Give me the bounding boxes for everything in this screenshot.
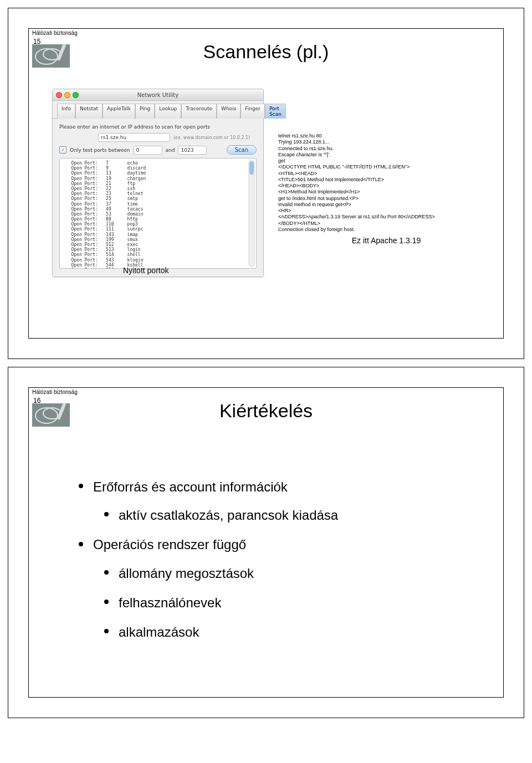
telnet-line: <HR> xyxy=(278,208,494,214)
apache-note: Ez itt Apache 1.3.19 xyxy=(278,236,494,246)
port-line: Open Port: 37 time xyxy=(63,202,253,207)
port-to-input[interactable]: 1023 xyxy=(178,146,207,155)
telnet-line: get to /index.html not supported.<P> xyxy=(278,196,494,202)
ip-hint: (ex. www.domain.com or 10.0.2.1) xyxy=(173,135,250,140)
port-line: Open Port: 199 smux xyxy=(63,237,253,242)
tab-bar: InfoNetstatAppleTalkPingLookupTraceroute… xyxy=(53,101,263,118)
port-from-input[interactable]: 0 xyxy=(134,146,162,155)
port-line: Open Port: 513 login xyxy=(63,247,253,252)
port-line: Open Port: 512 exec xyxy=(63,242,253,247)
scan-button[interactable]: Scan xyxy=(227,145,257,155)
slide-title: Kiértékelés xyxy=(219,400,313,422)
and-label: and xyxy=(166,147,175,153)
network-utility-window: Network Utility InfoNetstatAppleTalkPing… xyxy=(52,89,264,277)
list-subitem: felhasználónevek xyxy=(104,592,470,613)
telnet-line: <H1>Method Not Implemented</H1> xyxy=(278,189,494,195)
port-line: Open Port: 111 sunrpc xyxy=(63,227,253,232)
telnet-line: <ADDRESS>Apache/1.3.19 Server at rs1.szi… xyxy=(278,214,494,220)
port-line: Open Port: 514 shell xyxy=(63,252,253,257)
telnet-line: </HEAD><BODY> xyxy=(278,183,494,189)
page-2: Hálózati biztonság 16 Kiértékelés Erőfor… xyxy=(8,367,524,718)
tab-port-scan[interactable]: Port Scan xyxy=(265,104,286,119)
window-title: Network Utility xyxy=(53,92,263,98)
port-line: Open Port: 80 http xyxy=(63,217,253,222)
svg-point-3 xyxy=(35,408,58,423)
port-line: Open Port: 25 smtp xyxy=(63,196,253,201)
telnet-line: Invalid method in request get<P> xyxy=(278,202,494,208)
port-line: Open Port: 22 ssh xyxy=(63,186,253,191)
page-1: Hálózati biztonság 15 Scannelés (pl.) Ne… xyxy=(8,8,524,359)
svg-rect-2 xyxy=(57,43,66,61)
port-line: Open Port: 9 discard xyxy=(63,166,253,171)
list-item: Operációs rendszer függőállomány megoszt… xyxy=(79,534,470,642)
tab-netstat[interactable]: Netstat xyxy=(75,104,103,119)
svg-point-0 xyxy=(35,49,58,64)
list-subitem: aktív csatlakozás, parancsok kiadása xyxy=(104,505,470,525)
caption-open-ports: Nyitott portok xyxy=(123,266,168,275)
port-line: Open Port: 7 echo xyxy=(63,161,253,166)
tab-info[interactable]: Info xyxy=(57,104,75,119)
window-body: Please enter an internet or IP address t… xyxy=(53,118,263,276)
scrollbar[interactable] xyxy=(248,160,255,267)
telnet-line: get xyxy=(278,158,494,164)
checkbox-icon[interactable]: ✓ xyxy=(59,146,66,153)
telnet-line: Escape character is '^]'. xyxy=(278,152,494,158)
tab-lookup[interactable]: Lookup xyxy=(155,104,181,119)
port-line: Open Port: 53 domain xyxy=(63,212,253,217)
list-subitem: alkalmazások xyxy=(104,622,470,642)
port-line: Open Port: 13 daytime xyxy=(63,171,253,176)
only-test-label: Only test ports between xyxy=(70,147,130,153)
ip-input[interactable]: rs1.sze.hu xyxy=(98,133,170,142)
slide-16: Hálózati biztonság 16 Kiértékelés Erőfor… xyxy=(28,387,504,698)
port-line: Open Port: 19 chargen xyxy=(63,176,253,181)
port-line: Open Port: 49 tacacs xyxy=(63,207,253,212)
svg-rect-5 xyxy=(57,402,66,420)
tab-traceroute[interactable]: Traceroute xyxy=(181,104,217,119)
port-line: Open Port: 23 telnet xyxy=(63,191,253,196)
telnet-output: telnet rs1.sze.hu 80Trying 193.224.128.1… xyxy=(278,133,494,246)
slide-header: Hálózati biztonság xyxy=(32,30,78,36)
port-line: Open Port: 143 imap xyxy=(63,232,253,237)
port-line: Open Port: 21 ftp xyxy=(63,181,253,186)
slide-15: Hálózati biztonság 15 Scannelés (pl.) Ne… xyxy=(28,28,504,339)
telnet-line: telnet rs1.sze.hu 80 xyxy=(278,133,494,139)
list-subitem: állomány megosztások xyxy=(104,563,470,583)
port-line: Open Port: 110 pop3 xyxy=(63,222,253,227)
slide-header: Hálózati biztonság xyxy=(32,389,78,395)
window-titlebar[interactable]: Network Utility xyxy=(53,89,263,101)
tab-finger[interactable]: Finger xyxy=(241,104,265,119)
list-item: Erőforrás és account információkaktív cs… xyxy=(79,477,470,525)
clip-icon xyxy=(32,403,70,427)
tab-ping[interactable]: Ping xyxy=(135,104,155,119)
slide-title: Scannelés (pl.) xyxy=(203,41,329,63)
results-panel[interactable]: Open Port: 7 echo Open Port: 9 discard O… xyxy=(59,158,257,269)
telnet-line: Trying 193.224.128.1... xyxy=(278,139,494,145)
telnet-line: <HTML><HEAD> xyxy=(278,171,494,177)
tab-whois[interactable]: Whois xyxy=(217,104,241,119)
port-line: Open Port: 543 klogin xyxy=(63,258,253,263)
tab-appletalk[interactable]: AppleTalk xyxy=(103,104,135,119)
clip-icon xyxy=(32,44,70,68)
telnet-line: <!DOCTYPE HTML PUBLIC "-//IETF//DTD HTML… xyxy=(278,164,494,170)
telnet-line: <TITLE>501 Method Not Implemented</TITLE… xyxy=(278,177,494,183)
telnet-line: Connected to rs1.sze.hu. xyxy=(278,146,494,152)
bullet-list: Erőforrás és account információkaktív cs… xyxy=(79,477,470,651)
telnet-line: Connection closed by foreign host. xyxy=(278,227,494,233)
telnet-line: </BODY></HTML> xyxy=(278,221,494,227)
prompt-text: Please enter an internet or IP address t… xyxy=(59,124,257,130)
